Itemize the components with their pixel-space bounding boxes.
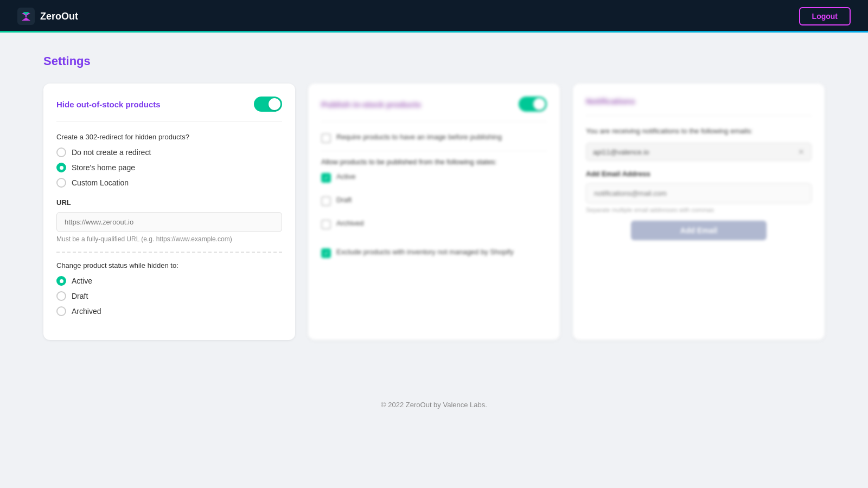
require-image-label: Require products to have an image before…	[336, 133, 502, 141]
status-question: Change product status while hidden to:	[56, 261, 282, 269]
receiving-text: You are receiving notifications to the f…	[586, 127, 812, 135]
footer: © 2022 ZeroOut by Valence Labs.	[0, 383, 868, 426]
add-email-label: Add Email Address	[586, 170, 812, 178]
publish-from-label: Allow products to be published from the …	[321, 158, 547, 166]
state-archived-label: Archived	[336, 219, 364, 227]
radio-archived-circle[interactable]	[56, 306, 66, 316]
card1-toggle-knob	[269, 98, 280, 110]
redirect-question: Create a 302-redirect for hidden product…	[56, 133, 282, 141]
cards-row: Hide out-of-stock products Create a 302-…	[43, 84, 825, 340]
state-archived: Archived	[321, 219, 547, 229]
radio-draft[interactable]: Draft	[56, 291, 282, 301]
radio-draft-label: Draft	[72, 292, 88, 300]
redirect-radio-group: Do not create a redirect Store's home pa…	[56, 147, 282, 188]
add-email-button: Add Email	[631, 221, 767, 240]
radio-custom-location-circle[interactable]	[56, 178, 66, 188]
card2-title: Publish in-stock products	[321, 100, 421, 109]
radio-home-page-circle[interactable]	[56, 163, 66, 172]
notifications-card: Notifications You are receiving notifica…	[573, 84, 825, 340]
logout-button[interactable]: Logout	[799, 7, 851, 25]
radio-no-redirect[interactable]: Do not create a redirect	[56, 147, 282, 157]
logo-text: ZeroOut	[40, 11, 78, 22]
exclude-label: Exclude products with inventory not mana…	[336, 248, 514, 256]
card1-header: Hide out-of-stock products	[56, 97, 282, 122]
card2-toggle	[519, 97, 547, 112]
state-active: ✓ Active	[321, 172, 547, 183]
radio-active-label: Active	[72, 277, 92, 285]
state-active-checkbox: ✓	[321, 173, 331, 183]
add-email-input	[586, 183, 812, 203]
require-image-item: Require products to have an image before…	[321, 133, 547, 143]
divider	[56, 252, 282, 253]
exclude-item: ✓ Exclude products with inventory not ma…	[321, 248, 547, 258]
hide-out-of-stock-card: Hide out-of-stock products Create a 302-…	[43, 84, 295, 340]
radio-home-page-label: Store's home page	[72, 163, 135, 172]
card3-header: Notifications	[586, 97, 812, 116]
card3-title: Notifications	[586, 97, 635, 106]
require-image-checkbox	[321, 133, 331, 143]
card2-header: Publish in-stock products	[321, 97, 547, 122]
card2-states-group: ✓ Active Draft Archived	[321, 172, 547, 237]
existing-email-value: api11@valence.io	[593, 148, 649, 156]
state-archived-checkbox	[321, 220, 331, 229]
radio-draft-circle[interactable]	[56, 291, 66, 301]
header: ZeroOut Logout	[0, 0, 868, 33]
state-draft: Draft	[321, 196, 547, 206]
exclude-checkbox: ✓	[321, 248, 331, 258]
radio-home-page[interactable]: Store's home page	[56, 163, 282, 172]
state-draft-checkbox	[321, 196, 331, 206]
radio-archived[interactable]: Archived	[56, 306, 282, 316]
page-title: Settings	[43, 54, 825, 68]
radio-archived-label: Archived	[72, 307, 101, 316]
status-radio-group: Active Draft Archived	[56, 276, 282, 316]
radio-active[interactable]: Active	[56, 276, 282, 286]
url-hint: Must be a fully-qualified URL (e.g. http…	[56, 235, 282, 243]
radio-custom-location[interactable]: Custom Location	[56, 178, 282, 188]
url-input[interactable]	[56, 212, 282, 232]
card1-toggle[interactable]	[254, 97, 282, 112]
existing-email-chip: api11@valence.io ✕	[586, 143, 812, 161]
state-active-label: Active	[336, 172, 355, 181]
card1-title: Hide out-of-stock products	[56, 100, 161, 109]
footer-text: © 2022 ZeroOut by Valence Labs.	[381, 401, 487, 409]
radio-no-redirect-circle[interactable]	[56, 147, 66, 157]
logo: ZeroOut	[17, 8, 78, 25]
radio-no-redirect-label: Do not create a redirect	[72, 148, 151, 157]
radio-active-circle[interactable]	[56, 276, 66, 286]
card2-toggle-knob	[533, 98, 545, 110]
main-content: Settings Hide out-of-stock products Crea…	[0, 33, 868, 362]
add-email-hint: Separate multiple email addresses with c…	[586, 207, 812, 213]
remove-email-icon: ✕	[798, 147, 805, 156]
url-label: URL	[56, 198, 282, 207]
state-draft-label: Draft	[336, 196, 352, 204]
radio-custom-location-label: Custom Location	[72, 178, 129, 187]
publish-in-stock-card: Publish in-stock products Require produc…	[308, 84, 560, 340]
card2-divider	[321, 151, 547, 151]
zeroout-logo-icon	[17, 8, 35, 25]
